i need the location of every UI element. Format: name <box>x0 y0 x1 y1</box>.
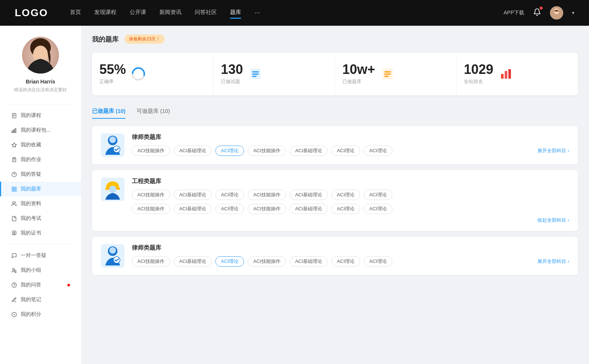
expand-link-lawyer-2[interactable]: 展开全部科目 › <box>537 258 569 265</box>
nav-more[interactable]: ··· <box>254 9 260 17</box>
user-avatar[interactable] <box>550 6 563 19</box>
nav-link-news[interactable]: 新闻资讯 <box>159 9 181 17</box>
profile-svg <box>22 37 59 74</box>
sidebar-label: 我的课程包... <box>21 127 70 133</box>
user-motto: 错误的决定比没有决定要好 <box>14 87 67 93</box>
sidebar-item-answers[interactable]: 我的答疑 <box>0 167 81 182</box>
sidebar-item-profile[interactable]: 我的资料 <box>0 196 81 211</box>
stat-label-accuracy: 正确率 <box>99 78 126 85</box>
sidebar-label: 我的答疑 <box>21 171 70 178</box>
stats-row: 55% 正确率 130 已做试题 <box>92 53 578 95</box>
tag[interactable]: ACI技能操作 <box>248 146 286 156</box>
tag[interactable]: ACI理论 <box>364 204 392 214</box>
nav-links: 首页 发现课程 公开课 新闻资讯 问答社区 题库 ··· <box>70 9 504 17</box>
tags-row-engineer-2: ACI技能操作 ACI基础理论 ACI理论 ACI技能操作 ACI基础理论 AC… <box>132 204 569 214</box>
chart-bars-icon <box>11 127 17 133</box>
svg-rect-21 <box>12 189 13 191</box>
question-circle-icon <box>11 171 17 177</box>
tag[interactable]: ACI技能操作 <box>132 146 170 156</box>
sidebar-item-points[interactable]: 我的积分 <box>0 307 81 322</box>
tag[interactable]: ACI技能操作 <box>132 204 170 214</box>
tag[interactable]: ACI基础理论 <box>290 256 328 267</box>
user-name: Brian Harris <box>26 79 55 85</box>
sidebar-label: 我的考试 <box>21 215 70 222</box>
tag[interactable]: ACI理论 <box>331 190 360 200</box>
tag[interactable]: ACI基础理论 <box>174 146 212 156</box>
tag[interactable]: ACI理论 <box>331 256 360 267</box>
sidebar-label: 我的课程 <box>21 112 70 119</box>
sidebar-item-notes[interactable]: 我的笔记 <box>0 292 81 307</box>
tag[interactable]: ACI技能操作 <box>132 190 170 200</box>
sidebar-item-1on1[interactable]: 一对一答疑 <box>0 248 81 263</box>
tag-active[interactable]: ACI理论 <box>215 146 244 156</box>
svg-point-51 <box>109 247 116 254</box>
tag[interactable]: ACI理论 <box>364 146 392 156</box>
qbank-section-lawyer-1: 律师类题库 ACI技能操作 ACI基础理论 ACI理论 ACI技能操作 ACI基… <box>92 126 578 164</box>
qbank-title-engineer: 工程类题库 <box>132 178 569 185</box>
tab-done-banks[interactable]: 已做题库 (10) <box>92 104 126 118</box>
nav-link-qa[interactable]: 问答社区 <box>195 9 217 17</box>
tag-active[interactable]: ACI理论 <box>215 256 244 267</box>
nav-link-home[interactable]: 首页 <box>70 9 81 17</box>
file-icon <box>11 113 17 118</box>
collapse-link-engineer[interactable]: 收起全部科目 › <box>132 217 569 224</box>
sidebar-label: 我的资料 <box>21 200 70 207</box>
sidebar-item-myqa[interactable]: 我的问答 <box>0 278 81 292</box>
list-icon <box>248 67 263 81</box>
stat-label-rank: 全站排名 <box>464 78 493 85</box>
tag[interactable]: ACI理论 <box>364 190 392 200</box>
tab-available-banks[interactable]: 可做题库 (10) <box>137 104 170 118</box>
sidebar-label: 我的积分 <box>21 311 70 318</box>
svg-rect-35 <box>252 71 259 72</box>
sidebar-item-course-pkg[interactable]: 我的课程包... <box>0 123 81 138</box>
nav-right: APP下载 ▾ <box>504 6 574 19</box>
tag[interactable]: ACI理论 <box>364 256 392 267</box>
app-download-link[interactable]: APP下载 <box>504 10 524 16</box>
main-content: 我的题库 体验剩余23天！ 55% 正确率 <box>81 26 589 364</box>
svg-rect-37 <box>252 76 257 77</box>
tag[interactable]: ACI理论 <box>215 190 244 200</box>
tag[interactable]: ACI基础理论 <box>174 190 212 200</box>
sidebar-item-certs[interactable]: 我的证书 <box>0 226 81 240</box>
sidebar-divider-1 <box>7 104 74 104</box>
nav-link-discover[interactable]: 发现课程 <box>94 9 116 17</box>
avatar-image <box>550 6 563 19</box>
user-menu-chevron[interactable]: ▾ <box>572 10 574 15</box>
svg-point-23 <box>13 201 14 203</box>
qa-red-dot <box>67 284 70 286</box>
sidebar-label: 我的题库 <box>21 186 70 192</box>
clipboard-icon <box>11 157 17 163</box>
sidebar-item-exams[interactable]: 我的考试 <box>0 211 81 226</box>
tag[interactable]: ACI技能操作 <box>248 190 286 200</box>
nav-link-open[interactable]: 公开课 <box>130 9 146 17</box>
tag[interactable]: ACI理论 <box>331 146 360 156</box>
tag[interactable]: ACI技能操作 <box>248 256 286 267</box>
svg-rect-22 <box>14 189 16 191</box>
sidebar-item-qbank[interactable]: 我的题库 <box>0 182 81 196</box>
tag[interactable]: ACI技能操作 <box>248 204 286 214</box>
svg-point-25 <box>13 232 15 233</box>
sidebar-item-my-courses[interactable]: 我的课程 <box>0 108 81 123</box>
tag[interactable]: ACI基础理论 <box>290 146 328 156</box>
tag[interactable]: ACI基础理论 <box>290 190 328 200</box>
nav-link-qbank[interactable]: 题库 <box>230 9 241 17</box>
sidebar-item-homework[interactable]: 我的作业 <box>0 152 81 167</box>
sidebar-item-groups[interactable]: 我的小组 <box>0 263 81 278</box>
tag[interactable]: ACI基础理论 <box>174 256 212 267</box>
tag[interactable]: ACI基础理论 <box>290 204 328 214</box>
stat-value-rank: 1029 <box>464 63 493 76</box>
tag[interactable]: ACI技能操作 <box>132 256 170 267</box>
svg-rect-40 <box>384 74 391 75</box>
sidebar-item-favorites[interactable]: 我的收藏 <box>0 138 81 152</box>
stat-label-banks: 已做题库 <box>342 78 375 85</box>
page-body: Brian Harris 错误的决定比没有决定要好 我的课程 我的课程包... <box>0 26 589 364</box>
svg-rect-39 <box>384 71 391 72</box>
notification-bell[interactable] <box>533 8 541 18</box>
expand-link-lawyer-1[interactable]: 展开全部科目 › <box>537 147 569 154</box>
stat-done-banks: 10w+ 已做题库 <box>335 53 456 95</box>
logo: LOGO <box>15 7 48 19</box>
sidebar-divider-2 <box>7 244 74 245</box>
tag[interactable]: ACI理论 <box>331 204 360 214</box>
tag[interactable]: ACI基础理论 <box>174 204 212 214</box>
tag[interactable]: ACI理论 <box>215 204 244 214</box>
